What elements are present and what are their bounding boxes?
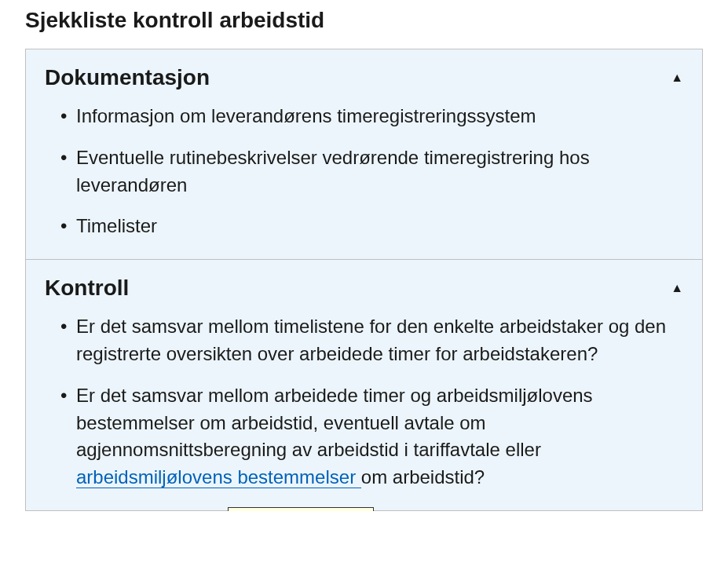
list-item: Informasjon om leverandørens timeregistr… <box>60 103 683 130</box>
list-item: Eventuelle rutinebeskrivelser vedrørende… <box>60 144 683 199</box>
accordion-title-control: Kontroll <box>45 276 129 301</box>
item-text-prefix: Er det samsvar mellom arbeidede timer og… <box>76 385 593 461</box>
page-title: Sjekkliste kontroll arbeidstid <box>0 0 728 49</box>
list-item: Er det samsvar mellom arbeidede timer og… <box>60 382 683 491</box>
accordion-content-control: Er det samsvar mellom timelistene for de… <box>26 313 702 510</box>
collapse-up-icon: ▲ <box>671 71 683 85</box>
accordion-header-control[interactable]: Kontroll ▲ <box>26 260 702 313</box>
item-text-suffix: om arbeidstid? <box>361 466 485 488</box>
link-arbeidsmiljolovens-bestemmelser[interactable]: arbeidsmiljølovens bestemmelser <box>76 466 361 488</box>
accordion-header-documentation[interactable]: Dokumentasjon ▲ <box>26 49 702 103</box>
accordion-content-documentation: Informasjon om leverandørens timeregistr… <box>26 103 702 259</box>
tooltip: Dokumentasjonsgjennomgang <box>228 507 374 511</box>
list-item: Er det samsvar mellom timelistene for de… <box>60 313 683 368</box>
accordion-section-control: Kontroll ▲ Er det samsvar mellom timelis… <box>26 260 702 510</box>
bullet-list-control: Er det samsvar mellom timelistene for de… <box>45 313 683 491</box>
accordion-title-documentation: Dokumentasjon <box>45 65 210 90</box>
accordion-section-documentation: Dokumentasjon ▲ Informasjon om leverandø… <box>26 49 702 260</box>
accordion-container: Dokumentasjon ▲ Informasjon om leverandø… <box>25 49 703 511</box>
collapse-up-icon: ▲ <box>671 281 683 295</box>
list-item: Timelister <box>60 213 683 240</box>
bullet-list-documentation: Informasjon om leverandørens timeregistr… <box>45 103 683 240</box>
